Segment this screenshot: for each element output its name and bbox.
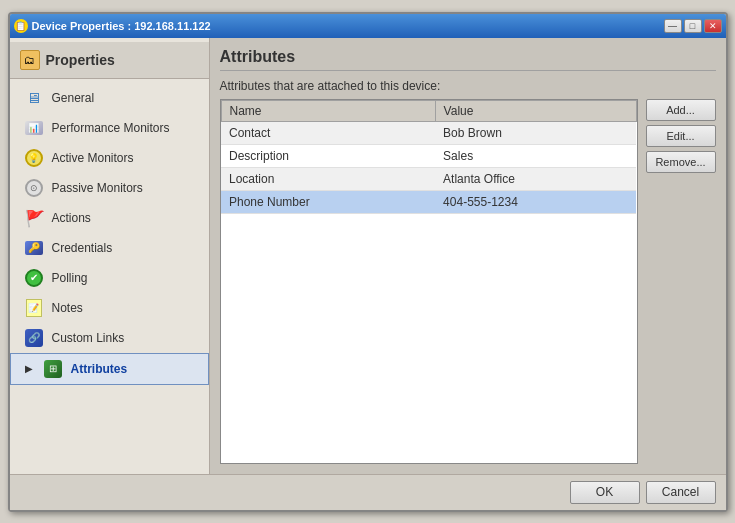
sidebar-item-active-monitors[interactable]: 💡 Active Monitors — [10, 143, 209, 173]
table-row[interactable]: ContactBob Brown — [221, 121, 636, 144]
polling-icon: ✔ — [24, 268, 44, 288]
col-name-header: Name — [221, 100, 435, 121]
sidebar-item-credentials[interactable]: 🔑 Credentials — [10, 233, 209, 263]
sidebar-item-notes[interactable]: 📝 Notes — [10, 293, 209, 323]
attributes-icon: ⊞ — [43, 359, 63, 379]
sidebar-label-general: General — [52, 91, 95, 105]
sidebar-label-active: Active Monitors — [52, 151, 134, 165]
title-bar: 📋 Device Properties : 192.168.11.122 — □… — [10, 14, 726, 38]
sidebar-header-text: Properties — [46, 52, 115, 68]
remove-button[interactable]: Remove... — [646, 151, 716, 173]
cell-name: Description — [221, 144, 435, 167]
sidebar-item-custom-links[interactable]: 🔗 Custom Links — [10, 323, 209, 353]
sidebar: 🗂 Properties 🖥 General 📊 Performance Mon… — [10, 38, 210, 474]
ok-button[interactable]: OK — [570, 481, 640, 504]
add-button[interactable]: Add... — [646, 99, 716, 121]
cell-name: Location — [221, 167, 435, 190]
attributes-table: Name Value ContactBob BrownDescriptionSa… — [221, 100, 637, 214]
sidebar-item-performance-monitors[interactable]: 📊 Performance Monitors — [10, 113, 209, 143]
col-value-header: Value — [435, 100, 636, 121]
attributes-table-container: Name Value ContactBob BrownDescriptionSa… — [220, 99, 638, 464]
close-button[interactable]: ✕ — [704, 19, 722, 33]
window-title: Device Properties : 192.168.11.122 — [32, 20, 211, 32]
maximize-button[interactable]: □ — [684, 19, 702, 33]
edit-button[interactable]: Edit... — [646, 125, 716, 147]
sidebar-item-attributes[interactable]: ▶ ⊞ Attributes — [10, 353, 209, 385]
sidebar-label-attributes: Attributes — [71, 362, 128, 376]
passive-monitors-icon: ⊙ — [24, 178, 44, 198]
sidebar-label-actions: Actions — [52, 211, 91, 225]
sidebar-label-polling: Polling — [52, 271, 88, 285]
main-window: 📋 Device Properties : 192.168.11.122 — □… — [8, 12, 728, 512]
sidebar-label-credentials: Credentials — [52, 241, 113, 255]
footer-bar: OK Cancel — [10, 474, 726, 510]
cell-value: Sales — [435, 144, 636, 167]
custom-links-icon: 🔗 — [24, 328, 44, 348]
title-bar-left: 📋 Device Properties : 192.168.11.122 — [14, 19, 211, 33]
sidebar-item-general[interactable]: 🖥 General — [10, 83, 209, 113]
attributes-description: Attributes that are attached to this dev… — [220, 79, 716, 93]
cell-value: Bob Brown — [435, 121, 636, 144]
sidebar-header: 🗂 Properties — [10, 42, 209, 79]
sidebar-item-passive-monitors[interactable]: ⊙ Passive Monitors — [10, 173, 209, 203]
credentials-icon: 🔑 — [24, 238, 44, 258]
sidebar-item-polling[interactable]: ✔ Polling — [10, 263, 209, 293]
performance-icon: 📊 — [24, 118, 44, 138]
section-title: Attributes — [220, 48, 716, 71]
sidebar-label-notes: Notes — [52, 301, 83, 315]
active-monitors-icon: 💡 — [24, 148, 44, 168]
main-panel: Attributes Attributes that are attached … — [210, 38, 726, 474]
action-buttons: Add... Edit... Remove... — [646, 99, 716, 464]
cancel-button[interactable]: Cancel — [646, 481, 716, 504]
general-icon: 🖥 — [24, 88, 44, 108]
sidebar-label-passive: Passive Monitors — [52, 181, 143, 195]
table-row[interactable]: Phone Number404-555-1234 — [221, 190, 636, 213]
sidebar-label-custom: Custom Links — [52, 331, 125, 345]
sidebar-header-icon: 🗂 — [20, 50, 40, 70]
window-icon: 📋 — [14, 19, 28, 33]
sidebar-label-performance: Performance Monitors — [52, 121, 170, 135]
attributes-body: Name Value ContactBob BrownDescriptionSa… — [220, 99, 716, 464]
active-arrow: ▶ — [25, 363, 35, 374]
sidebar-item-actions[interactable]: 🚩 Actions — [10, 203, 209, 233]
content-area: 🗂 Properties 🖥 General 📊 Performance Mon… — [10, 38, 726, 474]
table-row[interactable]: DescriptionSales — [221, 144, 636, 167]
table-header-row: Name Value — [221, 100, 636, 121]
cell-name: Contact — [221, 121, 435, 144]
table-row[interactable]: LocationAtlanta Office — [221, 167, 636, 190]
actions-icon: 🚩 — [24, 208, 44, 228]
minimize-button[interactable]: — — [664, 19, 682, 33]
cell-value: 404-555-1234 — [435, 190, 636, 213]
cell-name: Phone Number — [221, 190, 435, 213]
notes-icon: 📝 — [24, 298, 44, 318]
cell-value: Atlanta Office — [435, 167, 636, 190]
title-bar-controls: — □ ✕ — [664, 19, 722, 33]
